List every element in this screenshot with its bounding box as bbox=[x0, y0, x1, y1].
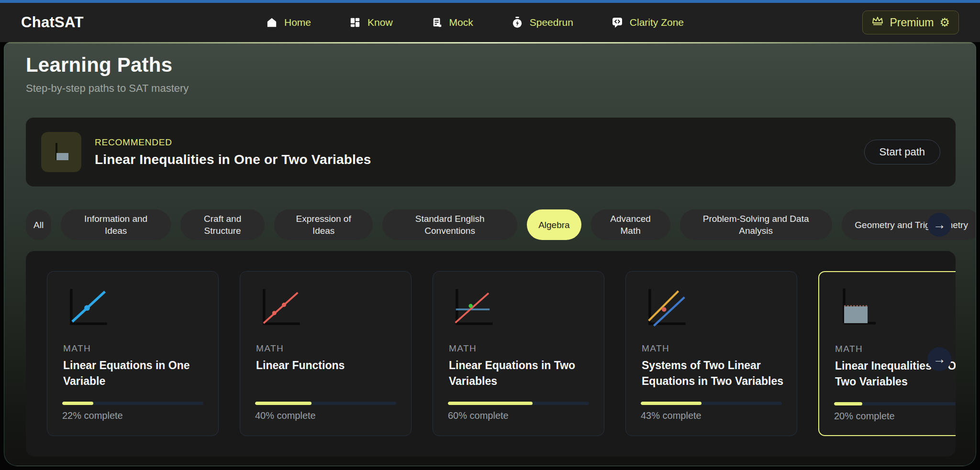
progress-label: 22% complete bbox=[62, 410, 123, 421]
card-title: Linear Equations in Two Variables bbox=[449, 358, 591, 389]
app-logo[interactable]: ChatSAT bbox=[21, 14, 84, 31]
nav-label: Know bbox=[368, 17, 393, 28]
recommended-icon-box bbox=[41, 132, 81, 172]
grid-icon bbox=[349, 17, 361, 28]
page-subtitle: Step-by-step paths to SAT mastery bbox=[26, 82, 189, 95]
progress-label: 40% complete bbox=[255, 410, 316, 421]
filter-chip-all[interactable]: All bbox=[26, 209, 51, 240]
card-title: Linear Equations in One Variable bbox=[63, 358, 205, 389]
progress-bar-fill bbox=[834, 402, 862, 405]
home-icon bbox=[266, 17, 278, 28]
filter-chip-expression-of-ideas[interactable]: Expression of Ideas bbox=[274, 209, 373, 240]
recommended-eyebrow: RECOMMENDED bbox=[95, 137, 371, 148]
code-bubble-icon bbox=[612, 17, 623, 28]
card-category: MATH bbox=[642, 343, 669, 354]
crown-icon bbox=[871, 15, 884, 30]
progress-bar-fill bbox=[641, 402, 702, 405]
progress-bar-fill bbox=[448, 402, 533, 405]
nav-item-mock[interactable]: Mock bbox=[431, 17, 473, 28]
nav-label: Clarity Zone bbox=[630, 17, 684, 28]
progress-bar-fill bbox=[62, 402, 93, 405]
progress-bar bbox=[834, 402, 956, 405]
progress-bar-fill bbox=[255, 402, 312, 405]
progress-bar bbox=[641, 402, 782, 405]
filter-chip-standard-english-conventions[interactable]: Standard English Conventions bbox=[382, 209, 517, 240]
progress-label: 20% complete bbox=[834, 411, 895, 422]
recommended-banner[interactable]: RECOMMENDED Linear Inequalities in One o… bbox=[26, 118, 956, 186]
filter-chip-problem-solving-and-data-analysis[interactable]: Problem-Solving and Data Analysis bbox=[680, 209, 832, 240]
top-navbar: ChatSAT Home Know bbox=[0, 3, 980, 42]
stopwatch-icon bbox=[512, 17, 523, 28]
content-container: Learning Paths Step-by-step paths to SAT… bbox=[4, 42, 976, 466]
path-card-linear-equations-two-variables[interactable]: MATH Linear Equations in Two Variables 6… bbox=[433, 271, 604, 436]
filter-chip-craft-and-structure[interactable]: Craft and Structure bbox=[180, 209, 265, 240]
progress-label: 60% complete bbox=[448, 410, 509, 421]
progress-bar bbox=[255, 402, 396, 405]
nav-item-clarity-zone[interactable]: Clarity Zone bbox=[612, 17, 684, 28]
nav-label: Mock bbox=[449, 17, 473, 28]
card-category: MATH bbox=[449, 343, 477, 354]
nav-label: Home bbox=[284, 17, 311, 28]
arrow-right-icon: → bbox=[933, 352, 946, 367]
progress-bar bbox=[62, 402, 203, 405]
inequality-region-icon bbox=[50, 140, 72, 164]
start-path-button[interactable]: Start path bbox=[864, 140, 940, 164]
page-title: Learning Paths bbox=[26, 54, 189, 77]
intersecting-lines-graph-icon bbox=[447, 285, 499, 331]
path-card-linear-functions[interactable]: MATH Linear Functions 40% complete bbox=[240, 271, 412, 436]
progress-label: 43% complete bbox=[641, 410, 702, 421]
learning-path-cards-panel: MATH Linear Equations in One Variable 22… bbox=[26, 251, 956, 457]
card-category: MATH bbox=[256, 343, 284, 354]
card-title: Systems of Two Linear Equations in Two V… bbox=[642, 358, 784, 389]
premium-label: Premium bbox=[890, 16, 934, 29]
card-title: Linear Functions bbox=[256, 358, 398, 373]
recommended-title: Linear Inequalities in One or Two Variab… bbox=[95, 152, 371, 167]
document-icon bbox=[431, 17, 443, 28]
blue-line-graph-icon bbox=[62, 285, 113, 331]
progress-bar bbox=[448, 402, 589, 405]
filter-chip-advanced-math[interactable]: Advanced Math bbox=[591, 209, 670, 240]
premium-button[interactable]: Premium ⚙ bbox=[862, 11, 959, 34]
filter-chip-geometry-and-trigonometry[interactable]: Geometry and Trigonometry bbox=[842, 209, 976, 240]
nav-item-home[interactable]: Home bbox=[266, 17, 311, 28]
path-card-linear-equations-one-variable[interactable]: MATH Linear Equations in One Variable 22… bbox=[47, 271, 219, 436]
cards-row: MATH Linear Equations in One Variable 22… bbox=[47, 271, 956, 436]
nav-item-know[interactable]: Know bbox=[349, 17, 393, 28]
nav-label: Speedrun bbox=[530, 17, 573, 28]
shaded-region-graph-icon bbox=[834, 285, 885, 331]
filter-chip-information-and-ideas[interactable]: Information and Ideas bbox=[61, 209, 171, 240]
nav-item-speedrun[interactable]: Speedrun bbox=[512, 17, 573, 28]
card-category: MATH bbox=[835, 344, 863, 354]
path-card-systems-two-linear-equations[interactable]: MATH Systems of Two Linear Equations in … bbox=[625, 271, 797, 436]
page-header: Learning Paths Step-by-step paths to SAT… bbox=[26, 54, 189, 95]
gear-icon[interactable]: ⚙ bbox=[939, 17, 950, 28]
cards-next-button[interactable]: → bbox=[927, 347, 951, 371]
red-line-points-graph-icon bbox=[255, 285, 306, 331]
main-nav: Home Know Mock bbox=[266, 3, 684, 42]
card-category: MATH bbox=[63, 343, 91, 354]
arrow-right-icon: → bbox=[933, 218, 946, 232]
filters-next-button[interactable]: → bbox=[927, 213, 951, 237]
filter-chip-row: All Information and Ideas Craft and Stru… bbox=[26, 209, 976, 240]
parallel-lines-graph-icon bbox=[640, 285, 692, 331]
filter-chip-algebra[interactable]: Algebra bbox=[527, 209, 581, 240]
recommended-text: RECOMMENDED Linear Inequalities in One o… bbox=[95, 137, 371, 167]
